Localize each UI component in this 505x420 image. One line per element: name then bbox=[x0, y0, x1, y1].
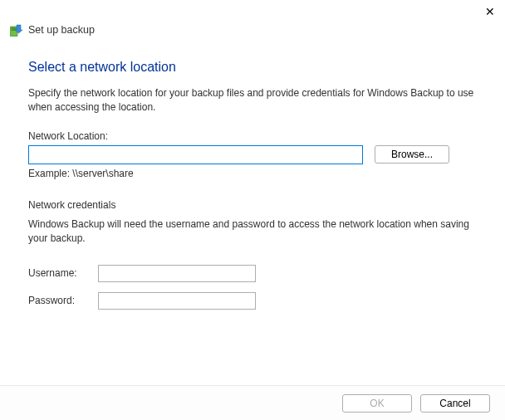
svg-rect-1 bbox=[12, 28, 17, 29]
page-description: Specify the network location for your ba… bbox=[28, 86, 477, 115]
example-text: Example: \\server\share bbox=[28, 168, 477, 179]
backup-icon bbox=[10, 23, 23, 37]
close-icon[interactable]: ✕ bbox=[482, 3, 498, 20]
window-header: Set up backup bbox=[0, 0, 505, 43]
window-title: Set up backup bbox=[28, 24, 95, 36]
page-heading: Select a network location bbox=[28, 60, 477, 75]
username-label: Username: bbox=[28, 267, 98, 279]
network-location-input[interactable] bbox=[28, 145, 363, 164]
credentials-heading: Network credentials bbox=[28, 199, 477, 211]
network-location-row: Browse... bbox=[28, 145, 477, 164]
content-area: Select a network location Specify the ne… bbox=[0, 43, 505, 310]
password-input[interactable] bbox=[98, 292, 256, 310]
password-label: Password: bbox=[28, 295, 98, 306]
cancel-button[interactable]: Cancel bbox=[420, 394, 490, 413]
password-row: Password: bbox=[28, 292, 477, 310]
username-input[interactable] bbox=[98, 265, 256, 282]
ok-button[interactable]: OK bbox=[342, 394, 412, 413]
footer-bar: OK Cancel bbox=[0, 385, 505, 420]
credentials-description: Windows Backup will need the username an… bbox=[28, 217, 477, 247]
network-location-label: Network Location: bbox=[28, 130, 477, 142]
browse-button[interactable]: Browse... bbox=[375, 145, 449, 164]
username-row: Username: bbox=[28, 265, 477, 282]
